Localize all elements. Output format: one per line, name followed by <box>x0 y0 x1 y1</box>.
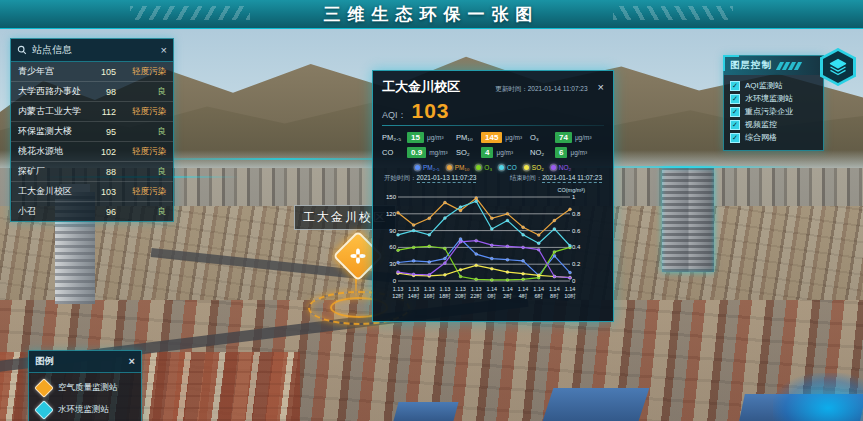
pollutant-name: SO₂ <box>456 148 478 157</box>
svg-text:1.142时: 1.142时 <box>502 286 513 299</box>
pollutant-unit: μg/m³ <box>496 149 513 156</box>
station-aqi-level: 轻度污染 <box>116 66 166 78</box>
station-name: 小召 <box>18 205 92 218</box>
legend-label: NO₂ <box>559 164 571 171</box>
svg-text:0: 0 <box>393 278 397 284</box>
pollutant-cell: O₃ 74 μg/m³ <box>530 132 604 143</box>
chart-legend-item[interactable]: SO₂ <box>524 164 544 171</box>
pollutant-unit: μg/m³ <box>505 134 522 141</box>
layer-toggle-row[interactable]: ✓ 综合网格 <box>730 131 817 144</box>
pollutant-name: CO <box>382 148 404 157</box>
pollutant-value-badge: 74 <box>555 132 572 143</box>
end-time-label: 结束时间： <box>510 174 543 181</box>
legend-dot <box>499 165 504 170</box>
blue-roof-warehouse <box>543 388 650 421</box>
legend-dot <box>524 165 529 170</box>
trend-chart-svg: 030609012015000.20.40.60.81CO(mg/m³)1.13… <box>382 185 586 311</box>
layer-toggle-row[interactable]: ✓ 水环境监测站 <box>730 92 817 105</box>
pollutant-value-badge: 15 <box>407 132 424 143</box>
pollutant-unit: μg/m³ <box>575 134 592 141</box>
legend-label: SO₂ <box>532 164 544 171</box>
svg-text:30: 30 <box>389 261 396 267</box>
svg-text:120: 120 <box>386 211 397 217</box>
station-aqi-level: 良 <box>116 206 166 218</box>
pollutant-unit: μg/m³ <box>427 134 444 141</box>
chart-legend-item[interactable]: O₃ <box>476 164 492 171</box>
checkbox-checked-icon[interactable]: ✓ <box>730 120 740 130</box>
legend-marker-icon <box>34 378 54 398</box>
close-icon[interactable]: × <box>598 82 604 93</box>
station-row[interactable]: 探矿厂 88 良 <box>11 162 173 182</box>
station-name: 环保监测大楼 <box>18 125 92 138</box>
legend-dot <box>551 165 556 170</box>
station-panel-title: 站点信息 <box>32 43 72 57</box>
pollutant-cell: SO₂ 4 μg/m³ <box>456 147 530 158</box>
legend-item: 水环境监测站 <box>37 399 133 421</box>
station-row[interactable]: 环保监测大楼 95 良 <box>11 122 173 142</box>
station-aqi-level: 轻度污染 <box>116 146 166 158</box>
station-name: 探矿厂 <box>18 165 92 178</box>
decor-stripes <box>778 62 800 70</box>
legend-panel-header: 图例 × <box>29 351 141 373</box>
station-detail-popup: 工大金川校区 更新时间：2021-01-14 11:07:23 × AQI： 1… <box>372 70 614 322</box>
checkbox-checked-icon[interactable]: ✓ <box>730 94 740 104</box>
aqi-label: AQI： <box>382 109 407 122</box>
layer-list: ✓ AQI监测站 ✓ 水环境监测站 ✓ 重点污染企业 ✓ 视频监控 <box>724 75 823 150</box>
pollutant-name: PM₂.₅ <box>382 133 404 142</box>
chart-legend-item[interactable]: PM₂.₅ <box>415 164 440 171</box>
layer-toggle-row[interactable]: ✓ AQI监测站 <box>730 79 817 92</box>
legend-item-label: 空气质量监测站 <box>58 382 118 394</box>
station-aqi-value: 95 <box>92 127 116 137</box>
update-time-value: 2021-01-14 11:07:23 <box>528 85 588 92</box>
layers-icon <box>828 57 848 77</box>
highlighted-towers <box>662 168 714 272</box>
windmill-icon <box>349 247 367 265</box>
svg-text:0.4: 0.4 <box>572 244 581 250</box>
svg-text:1: 1 <box>572 194 576 200</box>
station-aqi-value: 88 <box>92 167 116 177</box>
start-time-value[interactable]: 2021-01-13 11:07:23 <box>417 174 477 183</box>
update-time: 更新时间：2021-01-14 11:07:23 <box>495 85 587 94</box>
legend-item: 空气质量监测站 <box>37 377 133 399</box>
svg-text:90: 90 <box>389 228 396 234</box>
station-aqi-level: 良 <box>116 126 166 138</box>
pollutant-cell: PM₁₀ 145 μg/m³ <box>456 132 530 143</box>
station-row[interactable]: 工大金川校区 103 轻度污染 <box>11 182 173 202</box>
svg-text:1.144时: 1.144时 <box>518 286 529 299</box>
legend-marker-icon <box>34 400 54 420</box>
checkbox-checked-icon[interactable]: ✓ <box>730 107 740 117</box>
legend-dot <box>476 165 481 170</box>
chart-legend-item[interactable]: NO₂ <box>551 164 571 171</box>
legend-dot <box>415 165 420 170</box>
svg-text:1.1312时: 1.1312时 <box>392 286 404 299</box>
svg-text:1.146时: 1.146时 <box>533 286 544 299</box>
checkbox-checked-icon[interactable]: ✓ <box>730 133 740 143</box>
layer-toggle-row[interactable]: ✓ 视频监控 <box>730 118 817 131</box>
layer-toggle-row[interactable]: ✓ 重点污染企业 <box>730 105 817 118</box>
station-name: 青少年宫 <box>18 65 92 78</box>
divider <box>382 125 604 126</box>
station-row[interactable]: 桃花水源地 102 轻度污染 <box>11 142 173 162</box>
svg-text:150: 150 <box>386 194 397 200</box>
station-aqi-value: 112 <box>92 107 116 117</box>
station-row[interactable]: 大学西路办事处 98 良 <box>11 82 173 102</box>
layer-label: 水环境监测站 <box>745 93 793 104</box>
station-name: 工大金川校区 <box>18 185 92 198</box>
svg-text:1.148时: 1.148时 <box>549 286 560 299</box>
pollutant-value-badge: 0.9 <box>407 147 426 158</box>
popup-title: 工大金川校区 <box>382 78 460 96</box>
end-time-value[interactable]: 2021-01-14 11:07:23 <box>542 174 602 183</box>
chart-legend-item[interactable]: CO <box>499 164 517 171</box>
layer-label: 重点污染企业 <box>745 106 793 117</box>
close-icon[interactable]: × <box>129 356 135 367</box>
station-aqi-level: 良 <box>116 86 166 98</box>
station-list: 青少年宫 105 轻度污染 大学西路办事处 98 良 内蒙古工业大学 112 轻… <box>11 62 173 221</box>
chart-legend-item[interactable]: PM₁₀ <box>447 164 470 171</box>
station-row[interactable]: 小召 96 良 <box>11 202 173 221</box>
close-icon[interactable]: × <box>161 45 167 56</box>
station-row[interactable]: 青少年宫 105 轻度污染 <box>11 62 173 82</box>
station-row[interactable]: 内蒙古工业大学 112 轻度污染 <box>11 102 173 122</box>
layer-control-panel: 图层控制 ✓ AQI监测站 ✓ 水环境监测站 ✓ 重点污染企业 <box>723 55 824 151</box>
layer-panel-header: 图层控制 <box>724 56 823 75</box>
checkbox-checked-icon[interactable]: ✓ <box>730 81 740 91</box>
